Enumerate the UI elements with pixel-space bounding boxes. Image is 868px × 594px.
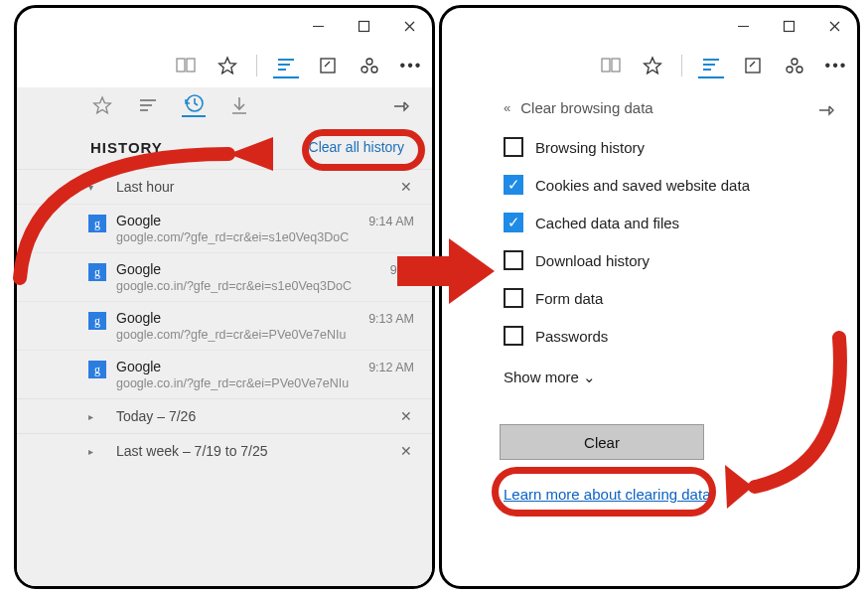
edge-window-clear-data: ••• « Clear browsing data Browsing histo… [439, 5, 860, 589]
window-titlebar [17, 8, 432, 44]
option-label: Cookies and saved website data [535, 177, 750, 194]
section-last-week[interactable]: ▸ Last week – 7/19 to 7/25 ✕ [17, 433, 432, 468]
option-label: Download history [535, 252, 650, 269]
learn-more-link[interactable]: Learn more about clearing data [504, 486, 857, 503]
option-passwords[interactable]: Passwords [442, 317, 857, 355]
hub-icon[interactable] [273, 53, 299, 78]
clear-button[interactable]: Clear [500, 424, 704, 460]
history-entry[interactable]: g Google google.co.in/?gfe_rd=cr&ei=s1e0… [17, 252, 432, 301]
chevron-down-icon: ▾ [88, 182, 93, 193]
close-button[interactable] [811, 8, 857, 44]
favorites-star-icon[interactable] [640, 53, 665, 78]
history-entry-url: google.co.in/?gfe_rd=cr&ei=s1e0Veq3DoC [116, 279, 418, 293]
toolbar-separator [681, 55, 682, 76]
history-entry-title: Google [116, 261, 418, 277]
svg-rect-5 [187, 59, 195, 72]
close-button[interactable] [386, 8, 432, 44]
section-today[interactable]: ▸ Today – 7/26 ✕ [17, 398, 432, 433]
section-delete-icon[interactable]: ✕ [400, 408, 412, 424]
svg-rect-10 [321, 59, 335, 73]
pin-icon[interactable] [817, 101, 835, 122]
show-more-link[interactable]: Show more ⌄ [442, 355, 857, 394]
option-cached[interactable]: ✓ Cached data and files [442, 204, 857, 241]
share-icon[interactable] [782, 53, 807, 78]
svg-rect-28 [612, 59, 620, 72]
toolbar-separator [256, 55, 257, 76]
site-favicon: g [88, 312, 106, 330]
clear-all-history-link[interactable]: Clear all history [299, 135, 414, 159]
more-icon[interactable]: ••• [398, 53, 424, 78]
downloads-tab-icon[interactable] [227, 93, 251, 117]
history-entry-time: 9:14 [390, 263, 414, 277]
svg-point-14 [371, 67, 377, 73]
history-tab-icon[interactable] [182, 93, 206, 117]
svg-rect-27 [602, 59, 610, 72]
option-cookies[interactable]: ✓ Cookies and saved website data [442, 166, 857, 204]
option-label: Form data [535, 290, 603, 307]
reading-view-icon[interactable] [598, 53, 624, 78]
checkbox-icon[interactable] [504, 326, 523, 346]
section-label: Last week – 7/19 to 7/25 [116, 443, 268, 459]
checkbox-checked-icon[interactable]: ✓ [504, 175, 523, 195]
more-icon[interactable]: ••• [823, 53, 849, 78]
svg-marker-29 [645, 58, 661, 74]
learn-more-label: Learn more about clearing data [504, 486, 710, 503]
webnote-icon[interactable] [740, 53, 766, 78]
option-label: Passwords [535, 328, 608, 345]
checkbox-icon[interactable] [504, 250, 523, 270]
favorites-tab-icon[interactable] [90, 93, 114, 117]
history-entry-time: 9:12 AM [368, 361, 414, 374]
site-favicon: g [88, 263, 106, 281]
minimize-button[interactable] [720, 8, 766, 44]
checkbox-icon[interactable] [504, 137, 523, 157]
clear-browsing-data-panel: « Clear browsing data Browsing history ✓… [442, 87, 857, 503]
clear-button-label: Clear [584, 434, 620, 451]
svg-point-12 [366, 59, 372, 65]
reading-view-icon[interactable] [173, 53, 199, 78]
readinglist-tab-icon[interactable] [136, 93, 160, 117]
option-label: Browsing history [535, 139, 645, 156]
edge-window-history: ••• HISTORY Clear all history ▾ Last hou… [14, 5, 435, 589]
svg-marker-6 [219, 58, 236, 74]
option-browsing-history[interactable]: Browsing history [442, 128, 857, 166]
section-label: Last hour [116, 179, 174, 195]
favorites-star-icon[interactable] [215, 53, 240, 78]
window-titlebar [442, 8, 857, 44]
history-body: HISTORY Clear all history ▾ Last hour ✕ … [17, 121, 432, 586]
share-icon[interactable] [357, 53, 382, 78]
back-chevron-icon[interactable]: « [504, 100, 510, 115]
minimize-button[interactable] [295, 8, 341, 44]
history-entry[interactable]: g Google google.com/?gfe_rd=cr&ei=s1e0Ve… [17, 204, 432, 252]
history-entry-url: google.com/?gfe_rd=cr&ei=s1e0Veq3DoC [116, 230, 418, 244]
svg-point-13 [362, 67, 367, 73]
site-favicon: g [88, 361, 106, 378]
history-entry-url: google.com/?gfe_rd=cr&ei=PVe0Ve7eNIu [116, 328, 418, 342]
chevron-down-icon: ⌄ [583, 369, 596, 385]
svg-point-37 [796, 67, 802, 73]
checkbox-checked-icon[interactable]: ✓ [504, 213, 523, 232]
pin-icon[interactable] [392, 97, 410, 119]
maximize-button[interactable] [341, 8, 386, 44]
option-form-data[interactable]: Form data [442, 279, 857, 317]
webnote-icon[interactable] [315, 53, 341, 78]
option-downloads[interactable]: Download history [442, 241, 857, 279]
site-favicon: g [88, 215, 106, 232]
history-entry-url: google.co.in/?gfe_rd=cr&ei=PVe0Ve7eNIu [116, 376, 418, 390]
svg-rect-33 [746, 59, 760, 73]
maximize-button[interactable] [766, 8, 811, 44]
history-entry-time: 9:13 AM [368, 312, 414, 326]
section-delete-icon[interactable]: ✕ [400, 179, 412, 195]
history-entry[interactable]: g Google google.co.in/?gfe_rd=cr&ei=PVe0… [17, 350, 432, 398]
browser-toolbar: ••• [17, 44, 432, 87]
show-more-label: Show more [504, 369, 579, 385]
history-heading: HISTORY [90, 139, 163, 156]
section-last-hour[interactable]: ▾ Last hour ✕ [17, 169, 432, 204]
svg-rect-24 [784, 21, 794, 31]
hub-icon[interactable] [698, 53, 724, 78]
checkbox-icon[interactable] [504, 288, 523, 308]
option-label: Cached data and files [535, 215, 679, 231]
svg-line-11 [325, 62, 330, 67]
section-label: Today – 7/26 [116, 408, 196, 424]
history-entry[interactable]: g Google google.com/?gfe_rd=cr&ei=PVe0Ve… [17, 301, 432, 350]
section-delete-icon[interactable]: ✕ [400, 443, 412, 459]
